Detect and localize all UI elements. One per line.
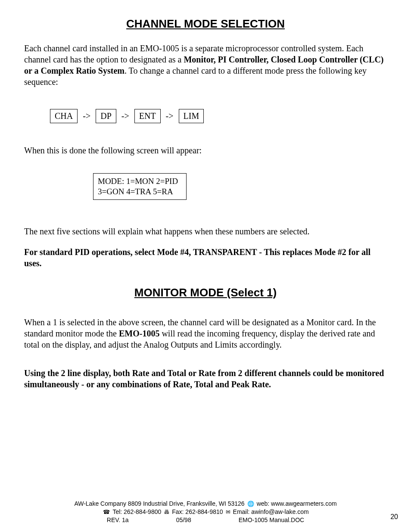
key-lim: LIM [179, 109, 204, 123]
footer-tel: Tel: 262-884-9800 [112, 508, 161, 516]
page-number: 20 [390, 513, 398, 521]
screen-display: MODE: 1=MON 2=PID 3=GON 4=TRA 5=RA [93, 173, 187, 200]
phone-icon: ☎ [103, 508, 110, 516]
footer-email: Email: awinfo@aw-lake.com [233, 508, 309, 516]
footer-rev: REV. 1a [107, 516, 129, 524]
footer-row-1: AW-Lake Company 8809 Industrial Drive, F… [0, 500, 411, 508]
paragraph-intro: Each channel card installed in an EMO-10… [24, 43, 387, 87]
arrow-icon: -> [83, 111, 90, 121]
footer-date: 05/98 [176, 516, 191, 524]
footer-address: AW-Lake Company 8809 Industrial Drive, F… [74, 500, 244, 508]
globe-icon: 🌐 [247, 500, 254, 508]
key-cha: CHA [50, 109, 78, 123]
footer-fax: Fax: 262-884-9810 [172, 508, 223, 516]
arrow-icon: -> [121, 111, 129, 121]
monitor-text-bold: EMO-1005 [119, 329, 159, 338]
key-dp: DP [96, 109, 116, 123]
paragraph-next-sections: The next five sections will explain what… [24, 226, 387, 237]
email-icon: ✉ [226, 508, 230, 516]
heading-channel-mode-selection: CHANNEL MODE SELECTION [24, 17, 387, 31]
fax-icon: 🖷 [164, 508, 169, 516]
paragraph-pid-note: For standard PID operations, select Mode… [24, 246, 387, 269]
footer-row-2: ☎ Tel: 262-884-9800 🖷 Fax: 262-884-9810 … [0, 508, 411, 516]
screen-line-2: 3=GON 4=TRA 5=RA [98, 187, 182, 197]
footer-row-3: REV. 1a 05/98 EMO-1005 Manual.DOC [0, 516, 411, 524]
paragraph-2line-display: Using the 2 line display, both Rate and … [24, 367, 387, 390]
paragraph-monitor-desc: When a 1 is selected in the above screen… [24, 317, 387, 350]
document-page: CHANNEL MODE SELECTION Each channel card… [0, 0, 411, 532]
arrow-icon: -> [166, 111, 174, 121]
key-ent: ENT [134, 109, 161, 123]
footer-doc: EMO-1005 Manual.DOC [239, 516, 305, 524]
paragraph-after-keys: When this is done the following screen w… [24, 145, 387, 156]
footer-web: web: www.awgearmeters.com [257, 500, 337, 508]
screen-line-1: MODE: 1=MON 2=PID [98, 176, 182, 187]
key-sequence: CHA -> DP -> ENT -> LIM [50, 109, 387, 123]
page-footer: AW-Lake Company 8809 Industrial Drive, F… [0, 500, 411, 524]
heading-monitor-mode: MONITOR MODE (Select 1) [24, 286, 387, 299]
